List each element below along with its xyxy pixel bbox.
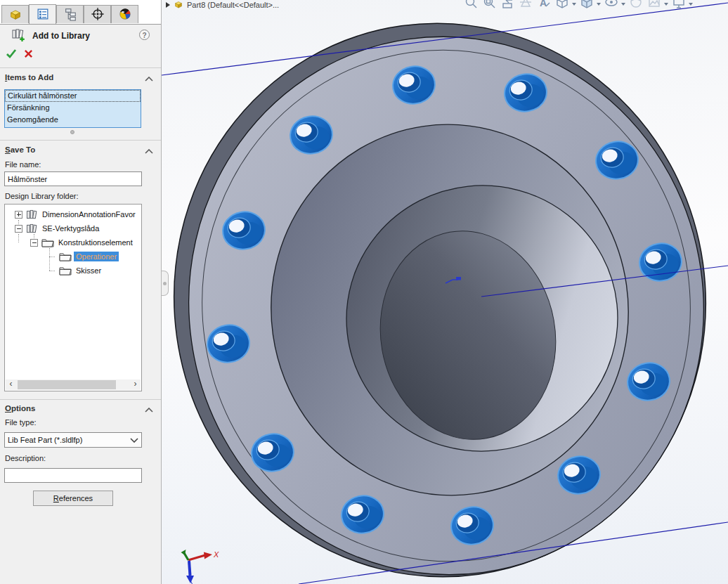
folder-icon xyxy=(41,238,54,247)
tree-row[interactable]: Operationer xyxy=(56,249,119,264)
tree-row[interactable]: SE-Verktygslåda xyxy=(15,221,101,235)
dropdown-caret-icon[interactable] xyxy=(597,3,601,6)
file-type-label: File type: xyxy=(5,418,37,427)
collapse-chevron-icon[interactable] xyxy=(145,74,153,83)
collapse-minus-icon[interactable] xyxy=(30,239,38,247)
dropdown-caret-icon[interactable] xyxy=(689,3,693,6)
tree-connector xyxy=(49,271,55,271)
heads-up-view-toolbar: A xyxy=(462,0,694,10)
dropdown-caret-icon[interactable] xyxy=(572,3,576,6)
tree-label[interactable]: Skisser xyxy=(74,266,103,275)
design-library-folder-label: Design Library folder: xyxy=(5,192,79,200)
design-library-folder-tree: DimensionAnnotationFavor SE-Verktygslåda… xyxy=(4,204,142,391)
tree-row[interactable]: Skisser xyxy=(56,264,103,278)
file-name-input[interactable] xyxy=(4,171,142,186)
help-icon[interactable]: ? xyxy=(139,30,150,40)
flyout-expand-icon[interactable] xyxy=(166,2,170,8)
part-document-icon xyxy=(174,0,183,11)
zoom-fit-icon[interactable] xyxy=(462,0,479,10)
folder-icon xyxy=(59,266,72,275)
list-resize-grip[interactable] xyxy=(70,130,74,134)
expand-plus-icon[interactable] xyxy=(15,211,22,219)
annotations-icon[interactable]: A xyxy=(535,0,552,10)
section-view-icon xyxy=(517,0,534,10)
tree-row[interactable]: Konstruktionselement xyxy=(30,235,135,249)
apply-scene-icon xyxy=(646,0,663,10)
library-books-icon xyxy=(26,223,38,234)
ok-check-icon[interactable] xyxy=(6,48,17,60)
tree-connector xyxy=(49,248,50,271)
tree-label[interactable]: Konstruktionselement xyxy=(56,238,135,247)
document-label: Part8 (Default<<Default>... xyxy=(187,1,279,9)
tab-propertymanager[interactable] xyxy=(29,4,56,24)
flange-3d-model[interactable]: X xyxy=(162,0,728,584)
divider xyxy=(0,399,161,400)
scrollbar-thumb[interactable] xyxy=(18,380,116,389)
divider xyxy=(0,140,161,141)
tree-label[interactable]: SE-Verktygslåda xyxy=(40,223,101,233)
hide-show-items-icon[interactable] xyxy=(603,0,620,10)
property-manager-icon xyxy=(36,7,50,22)
configuration-manager-icon xyxy=(63,7,77,22)
graphics-viewport[interactable]: Part8 (Default<<Default>... A xyxy=(162,0,728,584)
description-label: Description: xyxy=(5,454,46,462)
library-books-icon xyxy=(26,209,38,220)
list-item[interactable]: Cirkulärt hålmönster xyxy=(5,90,141,102)
add-to-library-icon xyxy=(11,28,25,44)
display-style-icon[interactable] xyxy=(578,0,595,10)
collapse-chevron-icon[interactable] xyxy=(145,147,153,155)
items-to-add-header: Items to Add xyxy=(5,73,53,82)
items-to-add-list: Cirkulärt hålmönster Försänkning Genomgå… xyxy=(4,89,141,128)
collapse-chevron-icon[interactable] xyxy=(145,405,153,414)
splitter-dot xyxy=(163,282,167,285)
options-header: Options xyxy=(5,404,35,413)
save-to-header: Save To xyxy=(5,145,35,154)
scroll-right-icon[interactable]: › xyxy=(130,379,141,390)
dimxpert-manager-icon xyxy=(91,7,105,22)
chevron-down-icon xyxy=(130,436,138,444)
part-icon xyxy=(8,7,22,22)
tree-connector xyxy=(49,257,55,257)
view-orientation-icon[interactable] xyxy=(554,0,571,10)
description-input[interactable] xyxy=(4,468,142,483)
list-item[interactable]: Genomgående xyxy=(5,114,141,126)
edit-appearance-icon xyxy=(628,0,644,10)
tab-displaymanager[interactable] xyxy=(111,5,138,23)
file-name-label: File name: xyxy=(5,160,41,169)
feature-tree-flyout[interactable]: Part8 (Default<<Default>... xyxy=(166,0,279,10)
tab-configurationmanager[interactable] xyxy=(56,5,84,23)
cancel-cross-icon[interactable] xyxy=(24,49,33,60)
tree-label-selected[interactable]: Operationer xyxy=(74,252,119,261)
coordinate-triad: X xyxy=(181,550,220,584)
svg-text:A: A xyxy=(540,0,547,8)
collapse-minus-icon[interactable] xyxy=(15,225,22,233)
manager-tabstrip xyxy=(0,0,161,25)
flange-body[interactable] xyxy=(162,0,728,584)
file-type-select[interactable]: Lib Feat Part (*.sldlfp) xyxy=(4,432,142,448)
previous-view-icon[interactable] xyxy=(499,0,516,10)
panel-title: Add to Library xyxy=(32,31,90,41)
view-settings-icon[interactable] xyxy=(670,0,687,10)
tab-featuremanager[interactable] xyxy=(1,5,29,23)
dropdown-caret-icon[interactable] xyxy=(621,3,625,6)
tree-row[interactable]: DimensionAnnotationFavor xyxy=(15,207,138,221)
zoom-area-icon[interactable] xyxy=(481,0,498,10)
panel-splitter-handle[interactable] xyxy=(162,271,169,296)
folder-icon xyxy=(59,252,72,261)
tree-horizontal-scrollbar[interactable]: ‹ › xyxy=(6,379,141,390)
divider xyxy=(0,67,161,68)
tab-dimxpertmanager[interactable] xyxy=(84,5,111,23)
references-button[interactable]: References xyxy=(33,491,113,506)
property-manager-panel: Add to Library ? Items to Add Cirkulärt … xyxy=(0,0,162,584)
tree-label[interactable]: DimensionAnnotationFavor xyxy=(40,209,138,219)
triad-x-label: X xyxy=(213,550,219,559)
dropdown-caret-icon[interactable] xyxy=(664,3,668,6)
list-item[interactable]: Försänkning xyxy=(5,102,141,114)
display-manager-icon xyxy=(118,7,132,22)
file-type-value: Lib Feat Part (*.sldlfp) xyxy=(8,436,82,444)
scroll-left-icon[interactable]: ‹ xyxy=(6,379,16,390)
